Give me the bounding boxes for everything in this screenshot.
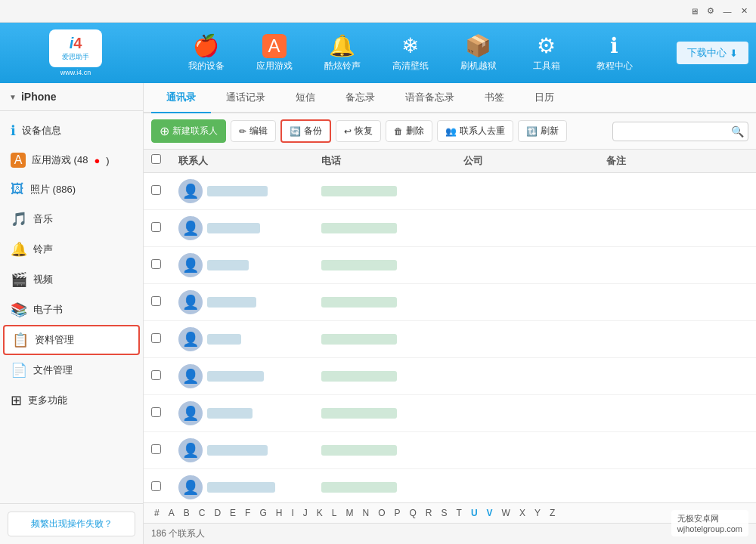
tab-memo[interactable]: 备忘录	[330, 83, 390, 113]
merge-button[interactable]: 👥 联系人去重	[437, 120, 513, 142]
alpha-i[interactable]: I	[288, 506, 296, 520]
tab-call-log[interactable]: 通话记录	[211, 83, 280, 113]
sidebar-item-ebook[interactable]: 📚 电子书	[0, 295, 143, 325]
tab-voice-memo[interactable]: 语音备忘录	[390, 83, 469, 113]
table-row[interactable]: 👤	[144, 469, 756, 502]
nav-wallpaper[interactable]: ❄ 高清壁纸	[376, 26, 445, 79]
data-manage-icon: 📋	[12, 332, 29, 348]
alpha-c[interactable]: C	[196, 506, 209, 520]
alpha-w[interactable]: W	[499, 506, 513, 520]
table-row[interactable]: 👤	[144, 432, 756, 469]
refresh-button[interactable]: 🔃 刷新	[518, 120, 567, 142]
alpha-hash[interactable]: #	[151, 506, 163, 520]
table-header: 联系人 电话 公司 备注	[144, 150, 756, 173]
row-checkbox	[151, 185, 178, 197]
sidebar-item-music[interactable]: 🎵 音乐	[0, 204, 143, 234]
alpha-b[interactable]: B	[181, 506, 193, 520]
alpha-l[interactable]: L	[329, 506, 340, 520]
minimize-icon[interactable]: —	[721, 5, 733, 17]
alpha-h[interactable]: H	[273, 506, 286, 520]
contact-cell: 👤	[178, 327, 321, 351]
sidebar-item-more[interactable]: ⊞ 更多功能	[0, 385, 143, 416]
alpha-o[interactable]: O	[375, 506, 388, 520]
nav-ringtones[interactable]: 🔔 酷炫铃声	[308, 26, 376, 79]
backup-button[interactable]: 🔄 备份	[280, 119, 331, 143]
nav-tools[interactable]: ⚙ 工具箱	[513, 26, 581, 79]
sidebar-item-data-manage[interactable]: 📋 资料管理	[3, 325, 140, 355]
alpha-k[interactable]: K	[314, 506, 326, 520]
alpha-f[interactable]: F	[242, 506, 253, 520]
alpha-t[interactable]: T	[454, 506, 465, 520]
sidebar: ▼ iPhone ℹ 设备信息 A 应用游戏 (48●) 🖼 照片 (886) …	[0, 83, 144, 544]
search-icon[interactable]: 🔍	[731, 125, 744, 138]
settings-icon[interactable]: ⚙	[705, 5, 717, 17]
file-manage-icon: 📄	[11, 362, 27, 379]
contact-count: 186 个联系人	[151, 527, 205, 540]
alpha-s[interactable]: S	[438, 506, 451, 520]
new-contact-button[interactable]: ⊕ 新建联系人	[151, 119, 226, 143]
alpha-p[interactable]: P	[392, 506, 404, 520]
delete-label: 删除	[406, 125, 424, 138]
title-bar: 🖥 ⚙ — ✕	[0, 0, 756, 23]
select-all-checkbox[interactable]	[151, 154, 161, 164]
sidebar-item-video[interactable]: 🎬 视频	[0, 264, 143, 295]
refresh-icon: 🔃	[526, 126, 538, 137]
table-row[interactable]: 👤	[144, 321, 756, 358]
alpha-z[interactable]: Z	[547, 506, 558, 520]
alpha-m[interactable]: M	[342, 506, 356, 520]
nav-jailbreak[interactable]: 📦 刷机越狱	[445, 26, 513, 79]
delete-button[interactable]: 🗑 删除	[386, 120, 432, 142]
restore-button[interactable]: ↩ 恢复	[336, 120, 381, 142]
nav-tutorial-label: 教程中心	[596, 60, 633, 73]
watermark: 无极安卓网 wjhotelgroup.com	[671, 510, 748, 536]
alpha-n[interactable]: N	[359, 506, 372, 520]
table-row[interactable]: 👤	[144, 210, 756, 247]
table-row[interactable]: 👤	[144, 395, 756, 432]
nav-tutorial[interactable]: ℹ 教程中心	[581, 26, 649, 79]
alpha-q[interactable]: Q	[407, 506, 420, 520]
tab-calendar[interactable]: 日历	[519, 83, 569, 113]
close-icon[interactable]: ✕	[738, 5, 750, 17]
edit-button[interactable]: ✏ 编辑	[231, 120, 276, 142]
alpha-a[interactable]: A	[166, 506, 178, 520]
alpha-x[interactable]: X	[516, 506, 528, 520]
alpha-e[interactable]: E	[227, 506, 239, 520]
nav-my-device[interactable]: 🍎 我的设备	[172, 26, 240, 79]
sidebar-apps-label: 应用游戏 (48	[32, 153, 88, 167]
alpha-y[interactable]: Y	[531, 506, 544, 520]
music-icon: 🎵	[11, 211, 27, 227]
row-checkbox	[151, 444, 178, 456]
table-row[interactable]: 👤	[144, 173, 756, 210]
download-button[interactable]: 下载中心 ⬇	[677, 42, 748, 64]
avatar: 👤	[178, 438, 203, 462]
tab-contacts[interactable]: 通讯录	[151, 83, 211, 113]
nav-wallpaper-label: 高清壁纸	[392, 60, 429, 73]
alpha-g[interactable]: G	[256, 506, 269, 520]
table-row[interactable]: 👤	[144, 358, 756, 395]
alpha-u[interactable]: U	[468, 506, 481, 520]
search-input[interactable]	[612, 122, 748, 141]
table-row[interactable]: 👤	[144, 247, 756, 284]
alpha-r[interactable]: R	[423, 506, 435, 520]
sidebar-item-ringtone[interactable]: 🔔 铃声	[0, 234, 143, 264]
bell-icon: 🔔	[329, 33, 355, 58]
tab-bookmark[interactable]: 书签	[469, 83, 519, 113]
sidebar-item-device-info[interactable]: ℹ 设备信息	[0, 116, 143, 146]
table-row[interactable]: 👤	[144, 284, 756, 321]
sidebar-item-apps[interactable]: A 应用游戏 (48●)	[0, 146, 143, 175]
toolbar: ⊕ 新建联系人 ✏ 编辑 🔄 备份 ↩ 恢复 🗑 删除 👥 联系人去重	[144, 113, 756, 150]
monitor-icon[interactable]: 🖥	[688, 5, 700, 17]
nav-apps[interactable]: A 应用游戏	[240, 26, 308, 79]
sidebar-item-photos[interactable]: 🖼 照片 (886)	[0, 175, 143, 204]
contact-phone	[321, 186, 464, 197]
freq-issues-button[interactable]: 频繁出现操作失败？	[8, 512, 135, 536]
alpha-d[interactable]: D	[211, 506, 224, 520]
sidebar-item-file-manage[interactable]: 📄 文件管理	[0, 355, 143, 385]
main: ▼ iPhone ℹ 设备信息 A 应用游戏 (48●) 🖼 照片 (886) …	[0, 83, 756, 544]
alpha-v[interactable]: V	[484, 506, 496, 520]
backup-icon: 🔄	[290, 126, 301, 137]
info-circle-icon: ℹ	[11, 122, 16, 139]
box-icon: 📦	[465, 33, 491, 58]
alpha-j[interactable]: J	[300, 506, 311, 520]
tab-sms[interactable]: 短信	[280, 83, 330, 113]
